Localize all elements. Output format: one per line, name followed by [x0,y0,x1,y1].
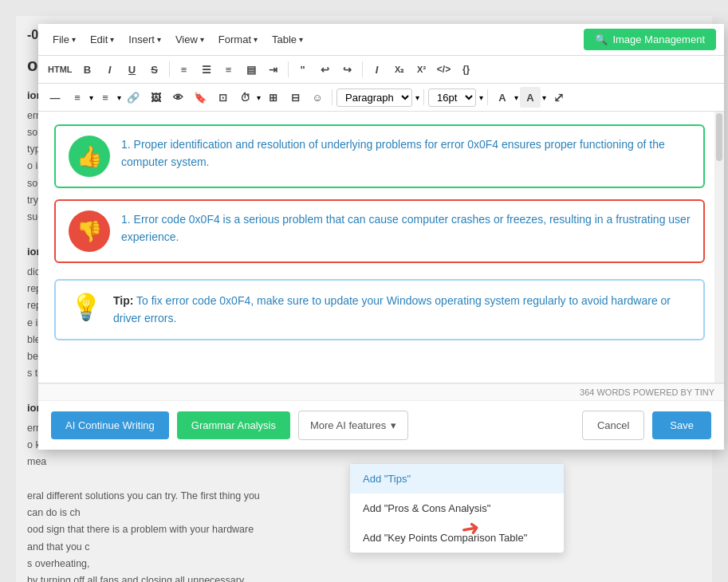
dropdown-item-comparison-table[interactable]: Add "Key Points Comparison Table" [350,523,564,553]
tip-label: Tip: [113,294,133,307]
toolbar-italic2-btn[interactable]: I [367,59,388,80]
toolbar-hr-btn[interactable]: — [45,87,65,108]
toolbar-sub-btn[interactable]: X₂ [389,59,410,80]
image-management-button[interactable]: 🔍 Image Management [584,29,716,50]
toolbar-indent-btn[interactable]: ⇥ [263,59,284,80]
menu-file[interactable]: File ▾ [46,30,82,49]
toolbar-html-btn[interactable]: HTML [45,59,76,80]
menu-table[interactable]: Table ▾ [266,30,309,49]
toolbar-table-btn[interactable]: ⊞ [262,87,283,108]
toolbar-strikethrough-btn[interactable]: S [144,59,165,80]
bgcolor-arrow[interactable]: ▾ [542,93,546,102]
toolbar-sep-2 [288,61,289,77]
paragraph-select[interactable]: Paragraph [336,88,412,107]
toolbar-row-2: — ≡ ▾ ≡ ▾ 🔗 🖼 👁 🔖 ⊡ ⏱ ▾ ⊞ ⊟ ☺ Paragraph … [38,84,724,112]
toolbar-timer-arrow[interactable]: ▾ [257,93,261,102]
more-ai-chevron-icon: ▾ [391,419,396,431]
pro-box: 👍 1. Proper identification and resolutio… [54,124,705,188]
toolbar-sep-6 [487,89,488,105]
toolbar-fullscreen-btn[interactable]: ⤢ [548,87,569,108]
table-menu-arrow: ▾ [299,35,303,44]
file-menu-arrow: ▾ [72,35,76,44]
menu-view[interactable]: View ▾ [169,30,211,49]
toolbar-redo-btn[interactable]: ↪ [337,59,358,80]
toolbar-numbered-btn[interactable]: ≡ [95,87,116,108]
view-menu-arrow: ▾ [200,35,204,44]
para-arrow[interactable]: ▾ [415,93,419,102]
tip-box: 💡 Tip: To fix error code 0x0F4, make sur… [54,279,705,340]
format-menu-arrow: ▾ [254,35,258,44]
toolbar-sup-btn[interactable]: X² [411,59,432,80]
fontcolor-arrow[interactable]: ▾ [514,93,518,102]
toolbar-link-btn[interactable]: 🔗 [123,87,144,108]
word-count-bar: 364 WORDS POWERED BY TINY [38,383,724,400]
toolbar-blockquote-btn[interactable]: " [293,59,313,80]
toolbar-preview-btn[interactable]: 👁 [167,87,188,108]
toolbar-table2-btn[interactable]: ⊟ [285,87,305,108]
toolbar-code-btn[interactable]: </> [434,59,455,80]
toolbar-fontcolor-btn[interactable]: A [492,87,513,108]
menu-bar: File ▾ Edit ▾ Insert ▾ View ▾ Format ▾ T… [38,24,724,56]
bg-para-4: eral different solutions you can try. Th… [27,488,268,582]
editor-scrollbar[interactable] [714,112,724,383]
ai-continue-writing-button[interactable]: AI Continue Writing [51,411,169,439]
toolbar-sep-1 [169,61,170,77]
toolbar-timer-btn[interactable]: ⏱ [234,87,255,108]
toolbar-sep-3 [362,61,363,77]
fontsize-arrow[interactable]: ▾ [479,93,483,102]
editor-scroll-wrapper: 👍 1. Proper identification and resolutio… [38,112,724,383]
tip-text: Tip: To fix error code 0x0F4, make sure … [113,292,689,328]
toolbar-undo-btn[interactable]: ↩ [315,59,336,80]
toolbar-sep-4 [332,89,333,105]
toolbar-align-center-btn[interactable]: ☰ [196,59,217,80]
fontsize-select[interactable]: 16pt [428,88,476,107]
pro-text: 1. Proper identification and resolution … [121,136,691,171]
toolbar-crop-btn[interactable]: ⊡ [212,87,233,108]
editor-scrollbar-thumb[interactable] [716,113,722,161]
menu-format[interactable]: Format ▾ [212,30,264,49]
toolbar-image-btn[interactable]: 🖼 [145,87,166,108]
menu-insert[interactable]: Insert ▾ [122,30,167,49]
thumbs-up-icon: 👍 [69,136,110,177]
toolbar-italic-btn[interactable]: I [100,59,120,80]
lightbulb-icon: 💡 [70,292,102,322]
grammar-analysis-button[interactable]: Grammar Analysis [177,411,290,439]
insert-menu-arrow: ▾ [157,35,161,44]
action-bar: AI Continue Writing Grammar Analysis Mor… [38,400,724,450]
more-ai-features-button[interactable]: More AI features ▾ [298,411,408,440]
save-button[interactable]: Save [652,411,711,439]
toolbar-align-left-btn[interactable]: ≡ [174,59,195,80]
toolbar-bullet-arrow[interactable]: ▾ [89,93,93,102]
toolbar-bold-btn[interactable]: B [77,59,98,80]
menu-edit[interactable]: Edit ▾ [84,30,120,49]
search-icon: 🔍 [595,33,608,45]
editor-area[interactable]: 👍 1. Proper identification and resolutio… [38,112,724,383]
toolbar-underline-btn[interactable]: U [122,59,143,80]
toolbar-justify-btn[interactable]: ▤ [241,59,262,80]
thumbs-down-icon: 👎 [69,210,110,252]
dropdown-menu: Add "Tips" Add "Pros & Cons Analysis" Ad… [349,463,565,553]
edit-menu-arrow: ▾ [110,35,114,44]
toolbar-bgcolor-btn[interactable]: A [520,87,541,108]
tip-content: To fix error code 0x0F4, make sure to up… [113,294,671,324]
con-box: 👎 1. Error code 0x0F4 is a serious probl… [54,199,705,263]
cancel-button[interactable]: Cancel [582,411,644,440]
toolbar-bullet-btn[interactable]: ≡ [67,87,88,108]
toolbar-numbered-arrow[interactable]: ▾ [117,93,121,102]
con-text: 1. Error code 0x0F4 is a serious problem… [121,210,691,246]
dropdown-item-tips[interactable]: Add "Tips" [350,464,564,494]
dropdown-item-pros-cons[interactable]: Add "Pros & Cons Analysis" [350,494,564,523]
toolbar-bookmark-btn[interactable]: 🔖 [190,87,211,108]
modal: File ▾ Edit ▾ Insert ▾ View ▾ Format ▾ T… [38,24,724,450]
toolbar-sep-5 [423,89,424,105]
toolbar-special-btn[interactable]: {} [456,59,477,80]
toolbar-align-right-btn[interactable]: ≡ [218,59,239,80]
toolbar-emoji-btn[interactable]: ☺ [307,87,328,108]
toolbar-row-1: HTML B I U S ≡ ☰ ≡ ▤ ⇥ " ↩ ↪ I X₂ X² </>… [38,56,724,84]
